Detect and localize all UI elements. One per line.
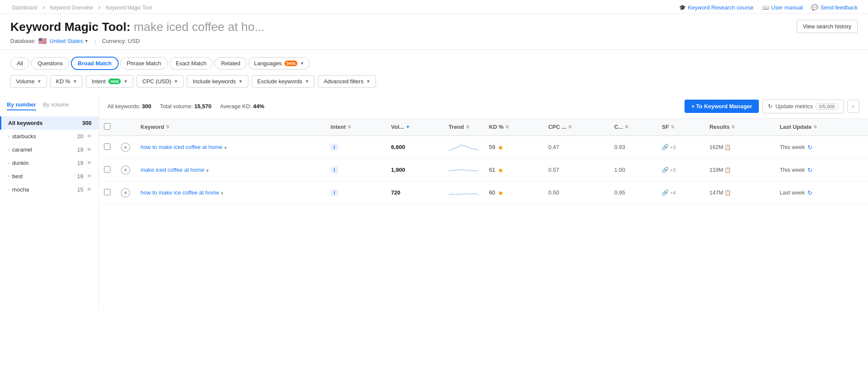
sf-plus: +3: [670, 167, 676, 173]
row-checkbox[interactable]: [104, 189, 110, 195]
eye-icon[interactable]: 👁: [87, 173, 92, 179]
breadcrumb-keyword-magic[interactable]: Keyword Magic Tool: [106, 5, 152, 11]
row-sf-cell: 🔗 +3: [657, 136, 704, 159]
th-volume[interactable]: Vol... ▼: [386, 119, 443, 136]
cpc-sort-icon: ⇅: [568, 125, 572, 129]
sidebar-item-best[interactable]: › best 18 👁: [0, 170, 98, 183]
results-icon: 📋: [724, 167, 731, 173]
th-checkbox: [99, 119, 116, 136]
tab-broad-match[interactable]: Broad Match: [71, 57, 119, 70]
th-results[interactable]: Results ⇅: [704, 119, 774, 136]
row-checkbox-cell: [99, 136, 116, 159]
feedback-link[interactable]: 💬 Send feedback: [811, 4, 858, 11]
breadcrumb-keyword-overview[interactable]: Keyword Overview: [50, 5, 93, 11]
course-link[interactable]: 🎓 Keyword Research course: [679, 4, 753, 11]
row-checkbox-cell: [99, 158, 116, 181]
sf-plus: +4: [670, 190, 676, 195]
intent-filter[interactable]: Intent new ▼: [86, 75, 133, 88]
th-kd[interactable]: KD % ⇅: [484, 119, 543, 136]
eye-icon[interactable]: 👁: [87, 147, 92, 152]
tab-all[interactable]: All: [10, 57, 29, 70]
row-kd-cell: 59: [484, 136, 543, 159]
tab-phrase-match[interactable]: Phrase Match: [120, 57, 168, 70]
course-icon: 🎓: [679, 4, 686, 11]
results-icon: 📋: [724, 190, 731, 196]
keywords-table: Keyword ⇅ Intent ⇅ Vol... ▼: [99, 119, 868, 204]
expand-icon: ›: [8, 134, 9, 139]
advanced-chevron-icon: ▼: [366, 79, 370, 84]
th-sf[interactable]: SF ⇅: [657, 119, 704, 136]
row-intent-cell: I: [325, 158, 386, 181]
refresh-icon[interactable]: ↻: [807, 189, 813, 196]
update-metrics-button[interactable]: ↻ Update metrics 0/5,000: [762, 100, 844, 113]
row-volume-cell: 720: [386, 181, 443, 204]
keyword-dropdown-icon[interactable]: ▾: [221, 191, 223, 196]
refresh-icon[interactable]: ↻: [807, 167, 813, 173]
row-sf-cell: 🔗 +3: [657, 158, 704, 181]
tab-questions[interactable]: Questions: [31, 57, 69, 70]
country-selector[interactable]: United States ▼: [49, 38, 89, 44]
sf-sort-icon: ⇅: [671, 125, 674, 129]
eye-icon[interactable]: 👁: [87, 160, 92, 165]
keyword-link[interactable]: how to make ice coffee at home: [141, 189, 219, 196]
sidebar-all-keywords[interactable]: All keywords 300: [0, 116, 98, 130]
cpc-filter[interactable]: CPC (USD) ▼: [137, 75, 183, 88]
keyword-sort-icon: ⇅: [166, 125, 169, 129]
keyword-dropdown-icon[interactable]: ▾: [206, 168, 209, 173]
languages-chevron-icon: ▼: [300, 61, 304, 66]
db-label: Database:: [10, 38, 36, 44]
sidebar-item-dunkin[interactable]: › dunkin 19 👁: [0, 156, 98, 170]
results-sort-icon: ⇅: [731, 125, 735, 129]
row-cpc-cell: 0.47: [543, 136, 609, 159]
sidebar-item-mocha[interactable]: › mocha 15 👁: [0, 183, 98, 196]
select-all-checkbox[interactable]: [104, 123, 110, 130]
add-keyword-button[interactable]: +: [121, 165, 130, 175]
row-trend-cell: [443, 158, 484, 181]
breadcrumb-dashboard[interactable]: Dashboard: [12, 5, 37, 11]
row-checkbox[interactable]: [104, 143, 110, 150]
keyword-link[interactable]: make iced coffee at home: [141, 167, 205, 173]
eye-icon[interactable]: 👁: [87, 187, 92, 192]
sort-by-volume[interactable]: By volume: [43, 101, 69, 110]
eye-icon[interactable]: 👁: [87, 134, 92, 139]
country-chevron-icon: ▼: [84, 39, 89, 43]
th-last-update[interactable]: Last Update ⇅: [774, 119, 868, 136]
sort-by-number[interactable]: By number: [7, 101, 36, 110]
db-info: Database: 🇺🇸 United States ▼ | Currency:…: [10, 37, 858, 45]
beta-badge: beta: [284, 61, 298, 66]
cpc-chevron-icon: ▼: [174, 79, 178, 84]
sidebar-item-caramel[interactable]: › caramel 19 👁: [0, 143, 98, 156]
advanced-filters-button[interactable]: Advanced filters ▼: [318, 75, 376, 88]
feedback-icon: 💬: [811, 4, 818, 11]
row-checkbox[interactable]: [104, 166, 110, 173]
exclude-keywords-filter[interactable]: Exclude keywords ▼: [252, 75, 315, 88]
exclude-chevron-icon: ▼: [305, 79, 309, 84]
view-history-button[interactable]: View search history: [797, 20, 858, 33]
results-icon: 📋: [724, 144, 731, 150]
th-com[interactable]: C... ⇅: [609, 119, 657, 136]
row-cpc-cell: 0.57: [543, 158, 609, 181]
languages-button[interactable]: Languages beta ▼: [248, 57, 310, 70]
sidebar-item-starbucks[interactable]: › starbucks 20 👁: [0, 130, 98, 143]
th-keyword[interactable]: Keyword ⇅: [135, 119, 325, 136]
volume-filter[interactable]: Volume ▼: [10, 75, 47, 88]
include-keywords-filter[interactable]: Include keywords ▼: [187, 75, 248, 88]
th-cpc[interactable]: CPC ... ⇅: [543, 119, 609, 136]
keyword-manager-button[interactable]: + To Keyword Manager: [685, 100, 759, 113]
row-volume-cell: 6,600: [386, 136, 443, 159]
tab-related[interactable]: Related: [214, 57, 247, 70]
volume-sort-icon: ▼: [406, 125, 410, 129]
main-content: All keywords: 300 Total volume: 15,570 A…: [99, 94, 868, 309]
kd-filter[interactable]: KD % ▼: [50, 75, 83, 88]
tab-exact-match[interactable]: Exact Match: [169, 57, 213, 70]
th-trend[interactable]: Trend ⇅: [443, 119, 484, 136]
keyword-dropdown-icon[interactable]: ▾: [224, 145, 227, 151]
add-keyword-button[interactable]: +: [121, 143, 130, 152]
add-keyword-button[interactable]: +: [121, 188, 130, 198]
th-intent[interactable]: Intent ⇅: [325, 119, 386, 136]
keyword-link[interactable]: how to make iced coffee at home: [141, 144, 223, 150]
manual-link[interactable]: 📖 User manual: [762, 4, 803, 11]
intent-badge: I: [330, 167, 338, 173]
export-button[interactable]: ↑: [847, 100, 860, 113]
refresh-icon[interactable]: ↻: [807, 144, 813, 151]
